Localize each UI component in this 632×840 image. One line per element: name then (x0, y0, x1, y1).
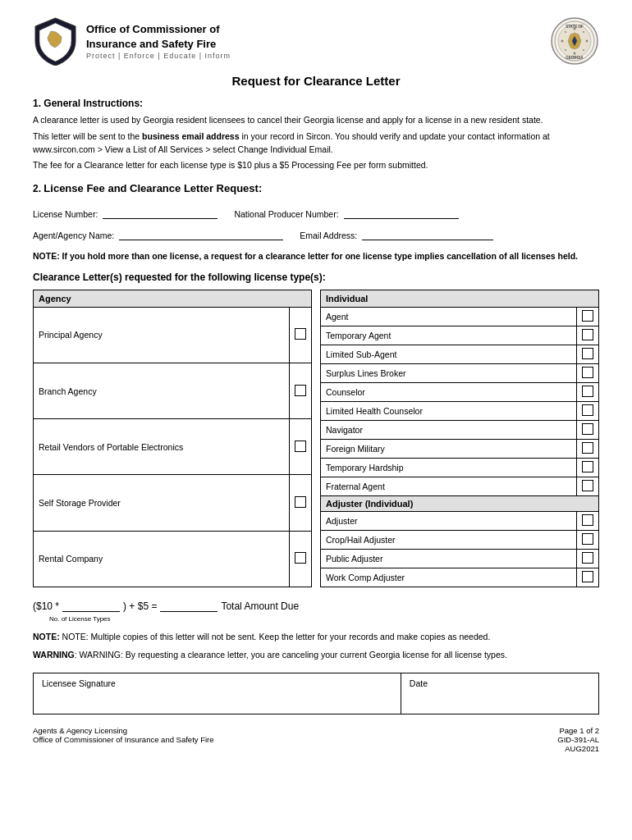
signature-table: Licensee Signature Date (33, 673, 599, 714)
row-label: Fraternal Agent (321, 477, 577, 495)
form-row-2: Agent/Agency Name: Email Address: (33, 229, 599, 240)
section2-title: 2. License Fee and Clearance Letter Requ… (33, 182, 599, 194)
row-label: Navigator (321, 420, 577, 439)
row-label: Rental Company (34, 531, 290, 587)
row-label: Surplus Lines Broker (321, 363, 577, 382)
state-seal-icon: STATE OF GEORGIA (550, 16, 599, 66)
footer-agency: Agents & Agency Licensing (33, 726, 214, 735)
row-label: Retail Vendors of Portable Electronics (34, 419, 290, 475)
svg-point-6 (561, 40, 564, 43)
svg-point-13 (583, 49, 584, 51)
footer-page: Page 1 of 2 (557, 726, 599, 735)
svg-point-11 (583, 31, 584, 33)
general-instructions-section: 1. General Instructions: A clearance let… (33, 98, 599, 172)
table-row: Surplus Lines Broker (321, 363, 599, 382)
license-tables: Agency Principal Agency Branch Agency Re… (33, 290, 599, 587)
row-checkbox[interactable] (290, 475, 312, 531)
table-row: Principal Agency (34, 307, 312, 363)
table-row: Adjuster (321, 511, 599, 530)
row-label: Adjuster (321, 511, 577, 530)
email-input[interactable] (362, 229, 493, 240)
row-checkbox[interactable] (577, 530, 599, 549)
row-checkbox[interactable] (577, 363, 599, 382)
table-row: Limited Sub-Agent (321, 345, 599, 363)
row-checkbox[interactable] (290, 363, 312, 418)
svg-point-7 (586, 40, 588, 43)
total-amount-line: ($10 * ) + $5 = Total Amount Due (33, 600, 599, 612)
table-row: Work Comp Adjuster (321, 568, 599, 587)
agency-table: Agency Principal Agency Branch Agency Re… (33, 290, 312, 587)
footer-org: Office of Commissioner of Insurance and … (33, 735, 214, 744)
row-checkbox[interactable] (577, 549, 599, 568)
table-row: Crop/Hail Adjuster (321, 530, 599, 549)
row-label: Temporary Hardship (321, 458, 577, 477)
row-checkbox[interactable] (577, 511, 599, 530)
org-tagline: Protect | Enforce | Educate | Inform (86, 52, 231, 60)
agent-agency-field: Agent/Agency Name: (33, 229, 283, 240)
clearance-title: Clearance Letter(s) requested for the fo… (33, 272, 599, 283)
license-number-input[interactable] (103, 208, 218, 219)
agent-agency-input[interactable] (119, 229, 283, 240)
footer-form-id: GID-391-AL (557, 735, 599, 744)
instruction-para1: A clearance letter is used by Georgia re… (33, 114, 599, 127)
npn-input[interactable] (344, 208, 459, 219)
page-footer: Agents & Agency Licensing Office of Comm… (33, 726, 599, 753)
adjuster-header-row: Adjuster (Individual) (321, 495, 599, 511)
row-checkbox[interactable] (577, 458, 599, 477)
total-prefix: ($10 * (33, 600, 59, 612)
table-row: Temporary Agent (321, 326, 599, 345)
row-label: Temporary Agent (321, 326, 577, 345)
row-checkbox[interactable] (290, 307, 312, 363)
email-field: Email Address: (300, 229, 493, 240)
email-label: Email Address: (300, 231, 357, 240)
row-checkbox[interactable] (577, 382, 599, 401)
form-row-1: License Number: National Producer Number… (33, 208, 599, 219)
table-row: Fraternal Agent (321, 477, 599, 495)
row-checkbox[interactable] (577, 439, 599, 458)
table-row: Rental Company (34, 531, 312, 587)
svg-text:GEORGIA: GEORGIA (48, 54, 63, 58)
table-row: Self Storage Provider (34, 475, 312, 531)
total-middle: ) + $5 = (123, 600, 157, 612)
licensee-signature-label: Licensee Signature (42, 678, 116, 688)
form-fields-block: License Number: National Producer Number… (33, 208, 599, 240)
row-checkbox[interactable] (290, 531, 312, 587)
license-number-label: License Number: (33, 209, 98, 219)
row-checkbox[interactable] (577, 568, 599, 587)
footer-left: Agents & Agency Licensing Office of Comm… (33, 726, 214, 753)
row-checkbox[interactable] (577, 420, 599, 439)
license-fee-section: 2. License Fee and Clearance Letter Requ… (33, 182, 599, 753)
row-label: Limited Sub-Agent (321, 345, 577, 363)
row-label: Principal Agency (34, 307, 290, 363)
row-checkbox[interactable] (577, 307, 599, 326)
license-count-input[interactable] (62, 600, 120, 612)
row-label: Self Storage Provider (34, 475, 290, 531)
table-row: Navigator (321, 420, 599, 439)
page-title: Request for Clearance Letter (33, 74, 599, 88)
footer-right: Page 1 of 2 GID-391-AL AUG2021 (557, 726, 599, 753)
instruction-para3: The fee for a Clearance letter for each … (33, 159, 599, 172)
date-label: Date (410, 678, 428, 688)
total-amount-input[interactable] (160, 600, 218, 612)
row-label: Counselor (321, 382, 577, 401)
svg-point-9 (574, 52, 576, 55)
table-row: Counselor (321, 382, 599, 401)
page-header: GEORGIA Office of Commissioner of Insura… (33, 16, 599, 66)
row-checkbox[interactable] (577, 326, 599, 345)
npn-field: National Producer Number: (234, 208, 458, 219)
row-label: Agent (321, 307, 577, 326)
row-checkbox[interactable] (577, 345, 599, 363)
svg-point-8 (574, 28, 576, 30)
licensee-signature-cell: Licensee Signature (34, 673, 401, 714)
row-label: Public Adjuster (321, 549, 577, 568)
footer-date: AUG2021 (557, 744, 599, 753)
adjuster-header-label: Adjuster (Individual) (321, 495, 599, 511)
agency-table-header: Agency (34, 290, 312, 307)
svg-point-10 (565, 31, 566, 33)
table-row: Limited Health Counselor (321, 401, 599, 420)
row-checkbox[interactable] (290, 419, 312, 475)
row-label: Branch Agency (34, 363, 290, 418)
row-checkbox[interactable] (577, 401, 599, 420)
individual-table-header: Individual (321, 290, 599, 307)
row-checkbox[interactable] (577, 477, 599, 495)
